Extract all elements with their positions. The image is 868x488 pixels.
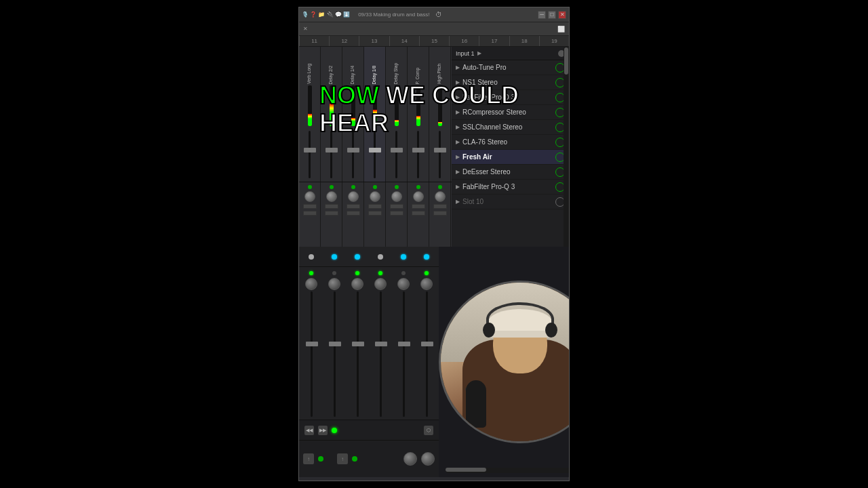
bs-send-8[interactable] <box>368 211 382 216</box>
fx-item-name-deesser: DeEsser Stereo <box>462 168 555 176</box>
mfu-fader-handle-4[interactable] <box>375 342 387 346</box>
bs-knob-7[interactable] <box>435 191 446 202</box>
bs-send-1[interactable] <box>303 204 317 209</box>
route-led-1[interactable] <box>318 456 323 462</box>
fx-item-rcompressor[interactable]: ▶ RCompressor Stereo <box>452 105 569 120</box>
transport-arrow-right[interactable]: ▶▶ <box>318 426 328 435</box>
strip-fader-handle[interactable] <box>434 148 446 152</box>
close-button[interactable]: ✕ <box>558 11 566 19</box>
fx-item-fresh-air[interactable]: ▶ Fresh Air <box>452 150 569 165</box>
bs-send-6[interactable] <box>347 211 360 216</box>
route-led-2[interactable] <box>352 456 357 462</box>
bs-send-2[interactable] <box>303 211 317 216</box>
bs-send-13[interactable] <box>433 204 447 209</box>
scrollbar-h-thumb[interactable] <box>446 468 486 472</box>
fx-item-fabfilter2[interactable]: ▶ FabFilter Pro-Q 3 <box>452 180 569 195</box>
transport-arrow-left[interactable]: ◀◀ <box>304 426 314 435</box>
bs-send-11[interactable] <box>412 204 425 209</box>
bs-knob-2[interactable] <box>326 191 337 202</box>
send-dot-2[interactable] <box>332 254 337 260</box>
strip-fader-handle[interactable] <box>391 148 403 152</box>
bs-send-7[interactable] <box>368 204 382 209</box>
bs-send-14[interactable] <box>433 211 447 216</box>
mfu-knob-2[interactable] <box>328 278 340 290</box>
ruler-mark-16: 16 <box>449 36 479 47</box>
mfu-fader-handle-2[interactable] <box>329 342 341 346</box>
bs-knob-5[interactable] <box>391 191 402 202</box>
fx-item-name-fabfilter1: FabFilter Pro-Q 3 <box>462 94 555 101</box>
secondary-icons: ⬜ <box>557 26 565 33</box>
bs-send-10[interactable] <box>390 211 403 216</box>
fx-item-slot10[interactable]: ▶ Slot 10 <box>452 195 569 209</box>
route-knob-1[interactable] <box>403 452 417 466</box>
send-dot-4[interactable] <box>378 254 383 260</box>
send-dot-5[interactable] <box>401 254 406 260</box>
mfu-fader-handle-5[interactable] <box>398 342 410 346</box>
fx-item-sslchannel[interactable]: ▶ SSLChannel Stereo <box>452 120 569 135</box>
strip-fader-handle[interactable] <box>347 148 359 152</box>
bs-send-4[interactable] <box>325 211 338 216</box>
strip-meter-high-pitch <box>438 85 442 126</box>
window-mode-icon[interactable]: ⬜ <box>557 26 565 33</box>
minimize-button[interactable]: ─ <box>538 11 546 19</box>
strip-fader-track <box>374 131 376 178</box>
strips-bottom <box>299 182 452 247</box>
transport-btn-extra[interactable]: ⬡ <box>424 426 433 435</box>
mfu-knob-4[interactable] <box>374 278 387 290</box>
route-btn-1[interactable]: ↑ <box>303 453 314 464</box>
bottom-strip-1 <box>299 182 321 247</box>
send-dot-3[interactable] <box>355 254 360 260</box>
strip-fader-handle[interactable] <box>369 148 381 152</box>
strip-fader-handle[interactable] <box>326 148 338 152</box>
main-fader-2 <box>323 270 345 417</box>
fx-item-name-ns1: NS1 Stereo <box>462 79 555 86</box>
bs-knob-1[interactable] <box>304 191 315 202</box>
microphone <box>466 380 486 428</box>
fx-item-deesser[interactable]: ▶ DeEsser Stereo <box>452 165 569 180</box>
fx-item-autotune[interactable]: ▶ Auto-Tune Pro <box>452 60 569 75</box>
strip-fader-handle[interactable] <box>304 148 316 152</box>
strip-fader-track <box>417 131 419 178</box>
strip-fader-handle[interactable] <box>412 148 425 152</box>
strip-high-pitch: High Pitch <box>429 47 451 182</box>
mfu-knob-6[interactable] <box>420 278 433 290</box>
route-btn-2[interactable]: ↑ <box>337 453 348 464</box>
send-dot-1[interactable] <box>309 254 314 260</box>
fx-item-ns1[interactable]: ▶ NS1 Stereo <box>452 75 569 90</box>
mfu-fader-handle-6[interactable] <box>421 342 433 346</box>
send-dot-6[interactable] <box>424 254 429 260</box>
mfu-fader-handle-3[interactable] <box>352 342 364 346</box>
strip-meter-fill <box>351 118 355 126</box>
ruler-marks: 11 12 13 14 15 16 17 18 19 <box>299 36 569 47</box>
fx-item-cla76[interactable]: ▶ CLA-76 Stereo <box>452 135 569 150</box>
mfu-knob-3[interactable] <box>351 278 363 290</box>
fx-item-name-slot10: Slot 10 <box>462 198 555 205</box>
bs-knob-4[interactable] <box>370 191 380 202</box>
bs-led-5 <box>395 185 399 189</box>
route-knob-2[interactable] <box>421 452 435 466</box>
maximize-button[interactable]: □ <box>548 11 556 19</box>
bottom-strip-7 <box>429 182 451 247</box>
close-icon-small[interactable]: ✕ <box>303 26 308 32</box>
fx-nav-arrow[interactable]: ▶ <box>477 50 481 56</box>
transport-row: ◀◀ ▶▶ ⬡ <box>299 420 439 440</box>
mfu-knob-1[interactable] <box>305 278 317 290</box>
bs-knob-3[interactable] <box>348 191 359 202</box>
bs-send-5[interactable] <box>347 204 360 209</box>
mfu-fader-track-5 <box>403 291 405 417</box>
mfu-knob-5[interactable] <box>397 278 410 290</box>
bs-send-3[interactable] <box>325 204 338 209</box>
strip-delay-14: Delay 1/4 <box>342 47 364 182</box>
bs-knob-6[interactable] <box>413 191 424 202</box>
fx-scrollbar-thumb[interactable] <box>564 47 568 75</box>
metronome-icon: ⏱ <box>435 11 442 18</box>
strip-fader-track <box>330 131 332 178</box>
strip-fader-area-delay-22 <box>321 127 342 182</box>
bs-send-9[interactable] <box>390 204 403 209</box>
bs-send-12[interactable] <box>412 211 425 216</box>
send-unit-5 <box>393 249 414 264</box>
mfu-fader-handle-1[interactable] <box>306 342 318 346</box>
fx-item-fabfilter1[interactable]: ▶ FabFilter Pro-Q 3 <box>452 90 569 105</box>
scrollbar-h[interactable] <box>446 468 570 473</box>
fx-scrollbar[interactable] <box>564 47 569 247</box>
